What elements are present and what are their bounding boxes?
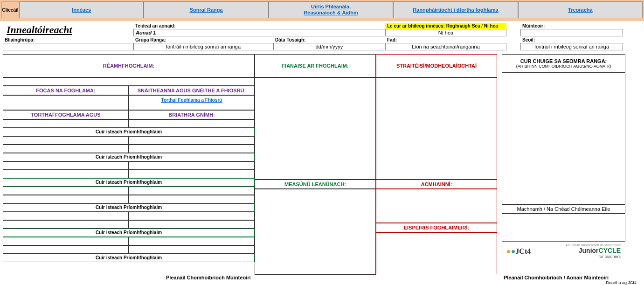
row[interactable] (3, 237, 129, 245)
key-learning-5[interactable]: Cuir isteach Príomhfhoghlaim (3, 229, 255, 237)
focus-header: FÓCAS NA FOGHLAMA: (3, 86, 129, 95)
tab-index[interactable]: Innéacs (19, 1, 144, 18)
tab-planning-tool[interactable]: Uirlis Phleanála,Réasúnaíoch & Aidhm (269, 1, 393, 18)
tab-participation[interactable]: Rannpháirtíocht i dtortha foghlama (393, 1, 518, 18)
experiences-header: EISPÉIRIS FOGHLAIMEIRÍ: (376, 223, 497, 232)
row[interactable] (3, 145, 129, 153)
unit-title-label: Teideal an aonaid: (133, 23, 385, 29)
resources-header: ACMHAINNÍ: (376, 180, 497, 189)
footer-left: Pleanáil Chomhoibríoch Múinteoirí (166, 275, 251, 280)
strategies-header: STRAITÉISÍ/MODHEOLAÍOCHTAÍ (376, 54, 497, 77)
approach-box[interactable] (502, 73, 625, 204)
index-value[interactable]: Ní hea (385, 29, 506, 36)
reflection-box[interactable] (502, 214, 625, 242)
prior-learning-row[interactable] (3, 77, 255, 86)
row[interactable] (129, 220, 255, 229)
outcomes-header: TORTHAÍ FOGHLAMA AGUS (3, 110, 129, 119)
row[interactable] (129, 161, 255, 170)
tab-class-details[interactable]: Sonraí Ranga (144, 1, 268, 18)
row[interactable] (3, 195, 129, 203)
row[interactable] (3, 161, 129, 170)
subject-title: Innealtóireacht (3, 23, 133, 37)
unit-title-value[interactable]: Aonad 1 (133, 29, 385, 36)
year-group-label: Bliainghrúpa: (3, 37, 133, 43)
evidence-header: FIANAISE AR FHOGHLAIM: (255, 54, 376, 77)
resources-box[interactable] (376, 189, 497, 223)
key-learning-4[interactable]: Cuir isteach Príomhfhoghlaim (3, 203, 255, 212)
key-learning-1[interactable]: Cuir isteach Príomhfhoghlaim (3, 128, 255, 136)
school-label: Scoil: (520, 37, 623, 43)
focus-cell[interactable] (3, 95, 129, 110)
key-learning-3[interactable]: Cuir isteach Príomhfhoghlaim (3, 178, 255, 187)
jct4-logo: ●●JCt4 (506, 247, 531, 256)
row[interactable] (3, 220, 129, 229)
row[interactable] (129, 237, 255, 245)
row[interactable] (3, 245, 129, 254)
footer-right: Pleanáil Chomhoibríoch / Aonair Múinteoi… (504, 275, 609, 280)
ongoing-assessment-header: MEASÚNÚ LEANÚNACH: (255, 180, 376, 189)
prior-learning-header: RÉAMHFHOGHLAIM: (3, 54, 255, 77)
key-learning-2[interactable]: Cuir isteach Príomhfhoghlaim (3, 153, 255, 161)
row[interactable] (129, 136, 255, 145)
duration-label: Fad: (385, 37, 506, 43)
row[interactable] (3, 170, 129, 178)
outcome-row[interactable] (3, 119, 129, 128)
row[interactable] (129, 187, 255, 195)
strategies-box[interactable] (376, 77, 497, 180)
key-learning-6[interactable]: Cuir isteach Príomhfhoghlaim (3, 254, 255, 262)
junior-cycle-logo: An tSraith Shóisearach do Mhúinteoirí Ju… (566, 243, 621, 259)
class-group-label: Grúpa Ranga: (133, 37, 273, 43)
row[interactable] (129, 245, 255, 254)
experiences-box[interactable] (376, 232, 497, 274)
reflection-header: Machnamh / Na Chéad Chéimeanna Eile (502, 204, 625, 214)
verb-row[interactable] (129, 119, 255, 128)
start-date-label: Dáta Tosaigh: (273, 37, 385, 43)
index-prompt: Le cur ar bhileog innéacs: Roghnaigh Sea… (385, 23, 506, 29)
ongoing-assessment-box[interactable] (255, 189, 376, 275)
row[interactable] (129, 145, 255, 153)
row[interactable] (129, 195, 255, 203)
duration-value[interactable]: Líon na seachtainaí/ranganna (385, 43, 506, 50)
teacher-value[interactable] (520, 29, 623, 36)
row[interactable] (129, 170, 255, 178)
evidence-box[interactable] (255, 77, 376, 180)
row[interactable] (3, 136, 129, 145)
school-value[interactable]: Iontráil i mbileog sonraí an ranga (520, 43, 623, 50)
start-date-value[interactable]: dd/mm/yyyy (273, 43, 385, 50)
row[interactable] (3, 187, 129, 195)
strands-header: SNÁITHEANNA AGUS GNÉITHE A FHIOSRÚ: (129, 86, 255, 95)
year-group-value[interactable] (3, 43, 133, 50)
tab-instructions[interactable]: Treoracha (518, 1, 643, 18)
click-label: Cliceáil (1, 1, 19, 18)
approach-header: CUR CHUIGE SA SEOMRA RANGA: (AR BHINN CO… (502, 54, 625, 73)
teacher-label: Múinteoir: (520, 23, 623, 29)
verbs-header: BRIATHRA GNÍMH: (129, 110, 255, 119)
credit: Deartha ag JCt4 (3, 280, 641, 285)
row[interactable] (129, 212, 255, 220)
outcomes-link-cell[interactable]: Torthaí Foghlama a Fhiosrú (129, 95, 255, 110)
row[interactable] (3, 212, 129, 220)
class-group-value[interactable]: Iontráil i mbileog sonraí an ranga (133, 43, 273, 50)
